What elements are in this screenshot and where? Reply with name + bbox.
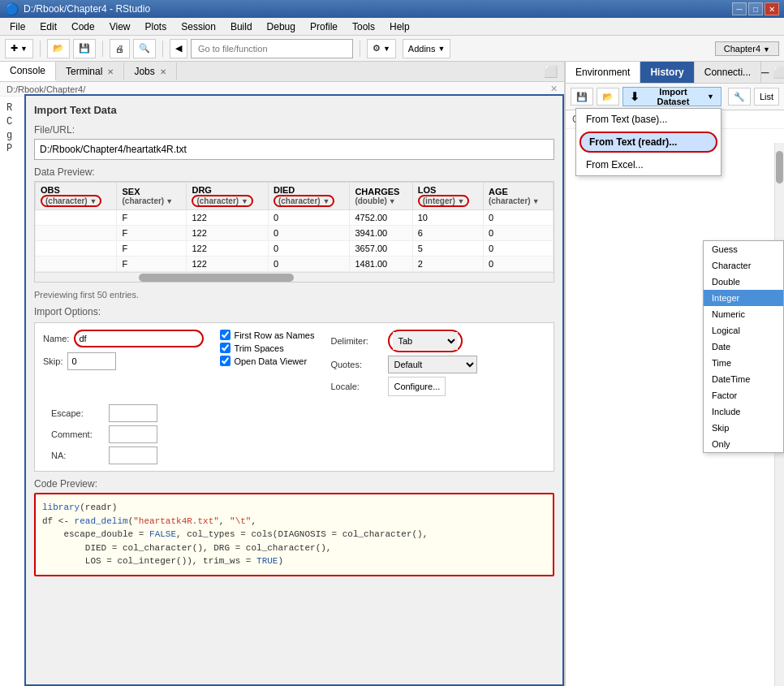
minimize-right-button[interactable]: ─ <box>761 67 769 79</box>
menu-help[interactable]: Help <box>383 19 416 34</box>
col-type-factor[interactable]: Factor <box>704 387 783 403</box>
right-scrollbar-thumb[interactable] <box>776 151 783 183</box>
checkbox-group: First Row as Names Trim Spaces Open Data… <box>220 330 314 366</box>
col-type-skip[interactable]: Skip <box>704 420 783 436</box>
tab-connections[interactable]: Connecti... <box>695 62 761 83</box>
preview-note: Previewing first 50 entries. <box>34 287 554 306</box>
terminal-close-icon[interactable]: ✕ <box>107 67 114 76</box>
maximize-button[interactable]: □ <box>748 2 763 15</box>
file-url-input[interactable] <box>34 139 554 160</box>
col-type-numeric[interactable]: Numeric <box>704 306 783 322</box>
save-button[interactable]: 💾 <box>73 39 96 58</box>
current-path: D:/Rbook/Chapter4/ <box>6 84 85 94</box>
chapter-button[interactable]: Chapter4 ▼ <box>715 41 779 56</box>
col-header-age: AGE (character) ▼ <box>483 183 553 210</box>
toolbar-separator-1 <box>40 41 41 57</box>
import-from-excel[interactable]: From Excel... <box>576 154 721 175</box>
tab-jobs[interactable]: Jobs ✕ <box>124 63 176 80</box>
title-bar: 🔵 D:/Rbook/Chapter4 - RStudio ─ □ ✕ <box>0 0 784 18</box>
menu-plots[interactable]: Plots <box>139 19 174 34</box>
menu-debug[interactable]: Debug <box>261 19 302 34</box>
menu-build[interactable]: Build <box>224 19 259 34</box>
close-button[interactable]: ✕ <box>765 2 779 15</box>
back-button[interactable]: ◀ <box>170 39 187 58</box>
col-header-drg: DRG (character) ▼ <box>187 183 268 210</box>
options-far-right: Escape: Comment: NA: <box>51 404 157 464</box>
col-type-character[interactable]: Character <box>704 257 783 274</box>
col-type-dropdown: Guess Character Double Integer Numeric L… <box>703 240 784 453</box>
trim-spaces-checkbox[interactable] <box>220 343 230 353</box>
na-input[interactable] <box>109 447 157 464</box>
table-row: F 122 0 3657.00 5 0 <box>36 241 554 257</box>
addins-button[interactable]: Addins ▼ <box>403 39 451 58</box>
open-viewer-checkbox[interactable] <box>220 356 230 366</box>
menu-tools[interactable]: Tools <box>346 19 381 34</box>
window-controls[interactable]: ─ □ ✕ <box>732 2 779 15</box>
env-tools-button[interactable]: 🔧 <box>728 88 751 106</box>
main-toolbar: ✚ ▼ 📂 💾 🖨 🔍 ◀ ⚙ ▼ Addins ▼ Chapter4 ▼ <box>0 36 784 62</box>
options-button[interactable]: ⚙ ▼ <box>367 39 396 58</box>
col-type-datetime[interactable]: DateTime <box>704 371 783 387</box>
right-toolbar: 💾 📂 ⬇ Import Dataset ▼ From Text (base).… <box>566 84 784 110</box>
scrollbar-thumb[interactable] <box>139 274 295 282</box>
import-dataset-button[interactable]: ⬇ Import Dataset ▼ <box>622 87 722 106</box>
tab-terminal[interactable]: Terminal ✕ <box>56 63 124 80</box>
env-load-button[interactable]: 📂 <box>597 88 619 106</box>
left-panel: Console Terminal ✕ Jobs ✕ ⬜ D:/Rbook/Cha… <box>0 62 565 686</box>
quotes-row: Quotes: Default <box>330 356 477 373</box>
app-icon: 🔵 <box>5 2 19 15</box>
col-header-obs: OBS (character) ▼ <box>36 183 117 210</box>
col-type-logical[interactable]: Logical <box>704 322 783 339</box>
path-clear-icon[interactable]: ✕ <box>550 84 558 94</box>
horizontal-scrollbar[interactable] <box>35 272 554 282</box>
menu-code[interactable]: Code <box>65 19 101 34</box>
menu-file[interactable]: File <box>3 19 32 34</box>
skip-input[interactable] <box>67 352 116 370</box>
find-button[interactable]: 🔍 <box>133 39 156 58</box>
import-from-text-base[interactable]: From Text (base)... <box>576 109 721 130</box>
data-preview-label: Data Preview: <box>34 166 554 178</box>
delimiter-label: Delimiter: <box>330 336 383 346</box>
open-button[interactable]: 📂 <box>47 39 70 58</box>
col-type-integer[interactable]: Integer <box>704 290 783 306</box>
delimiter-select[interactable]: Tab Comma Semicolon Space <box>393 332 458 350</box>
menu-session[interactable]: Session <box>174 19 222 34</box>
delimiter-row: Delimiter: Tab Comma Semicolon Space <box>330 330 477 352</box>
configure-button[interactable]: Configure... <box>388 377 446 396</box>
quotes-select[interactable]: Default <box>388 356 477 373</box>
first-row-label: First Row as Names <box>234 330 314 340</box>
col-type-time[interactable]: Time <box>704 355 783 371</box>
goto-input[interactable] <box>191 39 353 58</box>
new-file-button[interactable]: ✚ ▼ <box>5 39 33 58</box>
tab-environment[interactable]: Environment <box>566 62 640 83</box>
env-list-button[interactable]: List <box>754 88 779 106</box>
menu-view[interactable]: View <box>103 19 137 34</box>
minimize-button[interactable]: ─ <box>732 2 747 15</box>
quotes-label: Quotes: <box>330 360 383 369</box>
maximize-panel-button[interactable]: ⬜ <box>544 65 558 78</box>
right-tab-bar: Environment History Connecti... ─ ⬜ <box>566 62 784 84</box>
tab-bar-actions: ⬜ <box>544 65 564 78</box>
import-from-text-readr[interactable]: From Text (readr)... <box>579 132 717 153</box>
print-button[interactable]: 🖨 <box>110 39 130 58</box>
col-type-include[interactable]: Include <box>704 403 783 420</box>
trim-spaces-label: Trim Spaces <box>234 343 283 353</box>
name-input[interactable] <box>74 330 204 347</box>
menu-profile[interactable]: Profile <box>304 19 344 34</box>
comment-input[interactable] <box>109 425 157 443</box>
col-type-double[interactable]: Double <box>704 274 783 290</box>
col-type-date[interactable]: Date <box>704 339 783 355</box>
col-type-guess[interactable]: Guess <box>704 241 783 257</box>
tab-console[interactable]: Console <box>0 62 56 81</box>
jobs-close-icon[interactable]: ✕ <box>160 67 166 76</box>
tab-history[interactable]: History <box>640 62 694 83</box>
menu-edit[interactable]: Edit <box>33 19 63 34</box>
trim-spaces-checkbox-item: Trim Spaces <box>220 343 314 353</box>
locale-row: Locale: Configure... <box>330 377 477 396</box>
maximize-right-button[interactable]: ⬜ <box>773 67 784 79</box>
env-save-button[interactable]: 💾 <box>571 88 593 106</box>
first-row-checkbox-item: First Row as Names <box>220 330 314 340</box>
escape-input[interactable] <box>109 404 157 422</box>
col-type-only[interactable]: Only <box>704 436 783 452</box>
first-row-checkbox[interactable] <box>220 330 230 340</box>
